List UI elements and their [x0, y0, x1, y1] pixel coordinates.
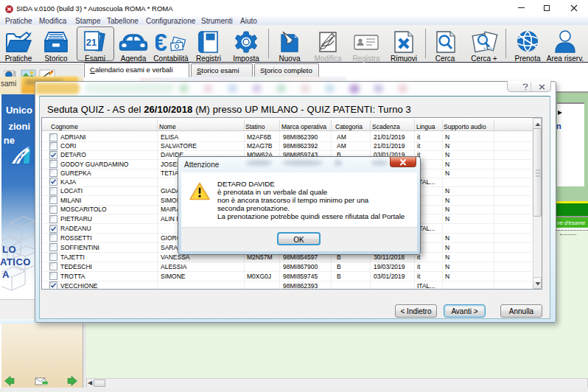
- svg-text:€: €: [155, 30, 167, 54]
- svg-text:21: 21: [86, 37, 97, 48]
